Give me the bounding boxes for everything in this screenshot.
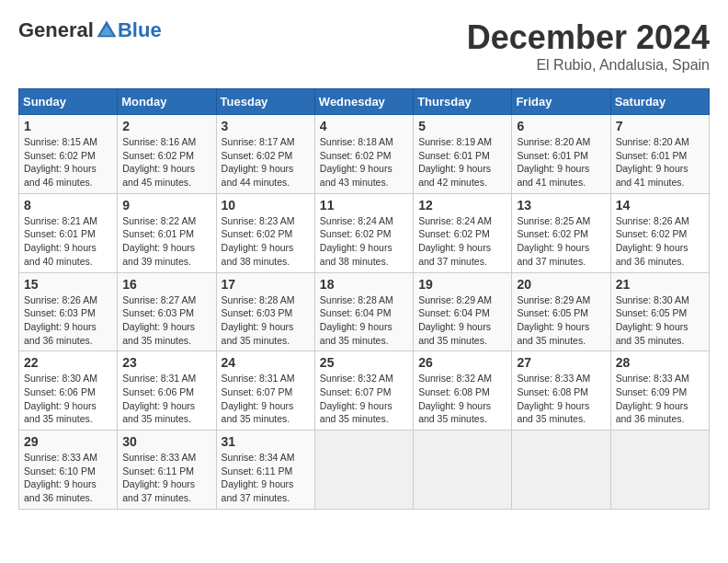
day-number: 29 — [24, 434, 112, 449]
day-detail: Sunrise: 8:25 AM Sunset: 6:02 PM Dayligh… — [517, 214, 605, 269]
calendar-cell: 31Sunrise: 8:34 AM Sunset: 6:11 PM Dayli… — [216, 431, 314, 510]
day-number: 22 — [24, 355, 112, 370]
calendar-cell: 1Sunrise: 8:15 AM Sunset: 6:02 PM Daylig… — [19, 115, 118, 194]
day-number: 3 — [222, 119, 310, 133]
day-number: 6 — [517, 119, 605, 133]
day-detail: Sunrise: 8:28 AM Sunset: 6:03 PM Dayligh… — [222, 293, 310, 348]
calendar-cell — [610, 431, 709, 510]
day-number: 14 — [616, 198, 704, 213]
day-number: 27 — [517, 355, 605, 370]
day-detail: Sunrise: 8:18 AM Sunset: 6:02 PM Dayligh… — [320, 135, 408, 190]
calendar-cell: 4Sunrise: 8:18 AM Sunset: 6:02 PM Daylig… — [314, 115, 413, 194]
calendar-cell: 13Sunrise: 8:25 AM Sunset: 6:02 PM Dayli… — [512, 193, 610, 272]
day-number: 11 — [320, 198, 408, 213]
day-number: 23 — [122, 355, 210, 370]
calendar-cell: 12Sunrise: 8:24 AM Sunset: 6:02 PM Dayli… — [414, 193, 512, 272]
week-row-5: 29Sunrise: 8:33 AM Sunset: 6:10 PM Dayli… — [19, 431, 710, 510]
day-number: 9 — [122, 198, 210, 213]
calendar-cell: 22Sunrise: 8:30 AM Sunset: 6:06 PM Dayli… — [19, 351, 118, 431]
calendar-cell: 5Sunrise: 8:19 AM Sunset: 6:01 PM Daylig… — [414, 115, 512, 194]
day-number: 8 — [24, 198, 112, 213]
week-row-2: 8Sunrise: 8:21 AM Sunset: 6:01 PM Daylig… — [19, 193, 710, 272]
calendar-cell: 18Sunrise: 8:28 AM Sunset: 6:04 PM Dayli… — [314, 272, 413, 351]
calendar-cell: 21Sunrise: 8:30 AM Sunset: 6:05 PM Dayli… — [610, 272, 709, 351]
day-number: 12 — [418, 198, 506, 213]
day-detail: Sunrise: 8:33 AM Sunset: 6:10 PM Dayligh… — [24, 451, 112, 505]
day-detail: Sunrise: 8:16 AM Sunset: 6:02 PM Dayligh… — [122, 135, 210, 190]
day-number: 31 — [222, 434, 310, 449]
day-detail: Sunrise: 8:20 AM Sunset: 6:01 PM Dayligh… — [616, 135, 704, 190]
calendar-cell — [512, 431, 610, 510]
calendar-cell: 27Sunrise: 8:33 AM Sunset: 6:08 PM Dayli… — [512, 351, 610, 431]
week-row-3: 15Sunrise: 8:26 AM Sunset: 6:03 PM Dayli… — [19, 272, 710, 351]
day-number: 24 — [222, 355, 310, 370]
day-detail: Sunrise: 8:24 AM Sunset: 6:02 PM Dayligh… — [320, 214, 408, 269]
day-number: 17 — [222, 277, 310, 292]
weekday-header-friday: Friday — [512, 89, 610, 115]
day-detail: Sunrise: 8:20 AM Sunset: 6:01 PM Dayligh… — [517, 135, 605, 190]
weekday-header-monday: Monday — [118, 89, 216, 115]
day-number: 16 — [122, 277, 210, 292]
day-detail: Sunrise: 8:34 AM Sunset: 6:11 PM Dayligh… — [222, 451, 310, 505]
calendar-cell: 8Sunrise: 8:21 AM Sunset: 6:01 PM Daylig… — [19, 193, 118, 272]
calendar-cell: 2Sunrise: 8:16 AM Sunset: 6:02 PM Daylig… — [118, 115, 216, 194]
day-number: 21 — [616, 277, 704, 292]
day-number: 28 — [616, 355, 704, 370]
calendar-cell: 29Sunrise: 8:33 AM Sunset: 6:10 PM Dayli… — [19, 431, 118, 510]
day-number: 4 — [320, 119, 408, 133]
weekday-header-thursday: Thursday — [414, 89, 512, 115]
day-detail: Sunrise: 8:32 AM Sunset: 6:07 PM Dayligh… — [320, 372, 408, 426]
calendar: SundayMondayTuesdayWednesdayThursdayFrid… — [18, 88, 710, 510]
calendar-cell: 24Sunrise: 8:31 AM Sunset: 6:07 PM Dayli… — [216, 351, 314, 431]
day-detail: Sunrise: 8:28 AM Sunset: 6:04 PM Dayligh… — [320, 293, 408, 348]
day-detail: Sunrise: 8:19 AM Sunset: 6:01 PM Dayligh… — [418, 135, 506, 190]
day-detail: Sunrise: 8:29 AM Sunset: 6:05 PM Dayligh… — [517, 293, 605, 348]
day-detail: Sunrise: 8:31 AM Sunset: 6:07 PM Dayligh… — [222, 372, 310, 426]
day-detail: Sunrise: 8:21 AM Sunset: 6:01 PM Dayligh… — [24, 214, 112, 269]
day-detail: Sunrise: 8:29 AM Sunset: 6:04 PM Dayligh… — [418, 293, 506, 348]
calendar-cell: 30Sunrise: 8:33 AM Sunset: 6:11 PM Dayli… — [118, 431, 216, 510]
day-detail: Sunrise: 8:24 AM Sunset: 6:02 PM Dayligh… — [418, 214, 506, 269]
logo-icon — [96, 19, 118, 41]
day-detail: Sunrise: 8:22 AM Sunset: 6:01 PM Dayligh… — [122, 214, 210, 269]
day-number: 25 — [320, 355, 408, 370]
day-detail: Sunrise: 8:30 AM Sunset: 6:06 PM Dayligh… — [24, 372, 112, 426]
day-number: 20 — [517, 277, 605, 292]
day-detail: Sunrise: 8:30 AM Sunset: 6:05 PM Dayligh… — [616, 293, 704, 348]
weekday-header-tuesday: Tuesday — [216, 89, 314, 115]
calendar-cell: 25Sunrise: 8:32 AM Sunset: 6:07 PM Dayli… — [314, 351, 413, 431]
title-area: December 2024 El Rubio, Andalusia, Spain — [467, 18, 710, 74]
calendar-cell: 16Sunrise: 8:27 AM Sunset: 6:03 PM Dayli… — [118, 272, 216, 351]
day-number: 26 — [418, 355, 506, 370]
calendar-cell: 26Sunrise: 8:32 AM Sunset: 6:08 PM Dayli… — [414, 351, 512, 431]
calendar-cell — [414, 431, 512, 510]
day-detail: Sunrise: 8:26 AM Sunset: 6:03 PM Dayligh… — [24, 293, 112, 348]
day-number: 7 — [616, 119, 704, 133]
day-number: 18 — [320, 277, 408, 292]
calendar-cell: 19Sunrise: 8:29 AM Sunset: 6:04 PM Dayli… — [414, 272, 512, 351]
logo-blue: Blue — [118, 18, 162, 42]
day-detail: Sunrise: 8:15 AM Sunset: 6:02 PM Dayligh… — [24, 135, 112, 190]
calendar-body: 1Sunrise: 8:15 AM Sunset: 6:02 PM Daylig… — [19, 115, 710, 510]
weekday-header-sunday: Sunday — [19, 89, 118, 115]
day-number: 19 — [418, 277, 506, 292]
calendar-cell: 7Sunrise: 8:20 AM Sunset: 6:01 PM Daylig… — [610, 115, 709, 194]
logo: General Blue — [18, 18, 162, 42]
day-number: 5 — [418, 119, 506, 133]
day-number: 2 — [122, 119, 210, 133]
day-number: 13 — [517, 198, 605, 213]
week-row-4: 22Sunrise: 8:30 AM Sunset: 6:06 PM Dayli… — [19, 351, 710, 431]
day-detail: Sunrise: 8:26 AM Sunset: 6:02 PM Dayligh… — [616, 214, 704, 269]
day-detail: Sunrise: 8:27 AM Sunset: 6:03 PM Dayligh… — [122, 293, 210, 348]
calendar-cell: 11Sunrise: 8:24 AM Sunset: 6:02 PM Dayli… — [314, 193, 413, 272]
day-detail: Sunrise: 8:32 AM Sunset: 6:08 PM Dayligh… — [418, 372, 506, 426]
calendar-cell — [314, 431, 413, 510]
calendar-cell: 6Sunrise: 8:20 AM Sunset: 6:01 PM Daylig… — [512, 115, 610, 194]
header: General Blue December 2024 El Rubio, And… — [18, 18, 710, 74]
location-title: El Rubio, Andalusia, Spain — [467, 57, 710, 74]
weekday-header-saturday: Saturday — [610, 89, 709, 115]
calendar-cell: 23Sunrise: 8:31 AM Sunset: 6:06 PM Dayli… — [118, 351, 216, 431]
calendar-cell: 20Sunrise: 8:29 AM Sunset: 6:05 PM Dayli… — [512, 272, 610, 351]
week-row-1: 1Sunrise: 8:15 AM Sunset: 6:02 PM Daylig… — [19, 115, 710, 194]
day-number: 30 — [122, 434, 210, 449]
